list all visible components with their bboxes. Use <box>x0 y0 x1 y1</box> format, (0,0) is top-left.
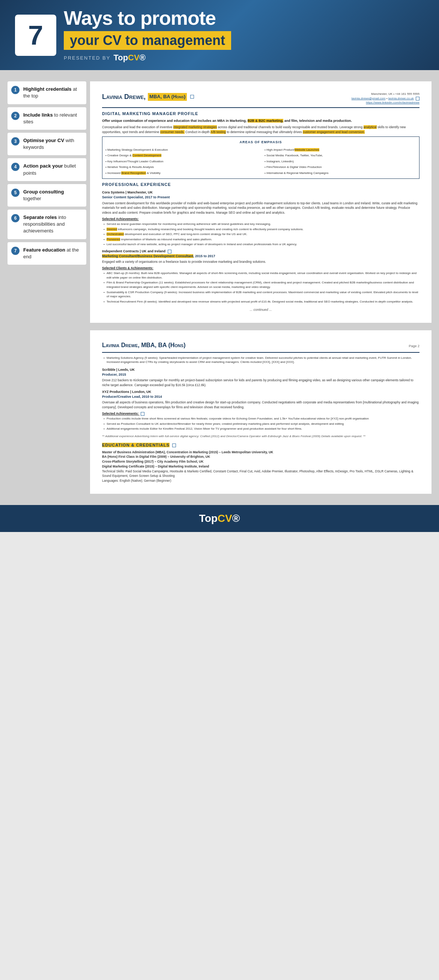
area-item-4: Social Media: Facebook, Twitter, YouTube… <box>265 153 416 158</box>
exp1-bullet-1: Served as brand guardian responsible for… <box>102 222 420 226</box>
scribble-role: Producer, 2015 <box>102 372 420 377</box>
edu-item-5: Technical Skills: Paid Social Media Camp… <box>102 469 420 479</box>
exp2-bullet-1: ABC Start-up (6 months): Built new B2B o… <box>102 271 420 280</box>
exp1-company: Cora Systems | Manchester, UK <box>102 190 420 195</box>
sidebar-num-4: 4 <box>11 163 19 171</box>
presented-label: PRESENTED BY <box>64 55 110 61</box>
exp1-role: Senior Content Specialist, 2017 to Prese… <box>102 195 420 200</box>
linkedin-icon <box>190 95 194 99</box>
email-icon <box>416 97 420 100</box>
edu-title: Education & Credentials <box>102 442 420 449</box>
sidebar-num-3: 3 <box>11 137 19 145</box>
exp1-bullet-4: Pioneered implementation of Marketo as i… <box>102 237 420 242</box>
area-item-1: Marketing Strategy Development & Executi… <box>105 147 257 153</box>
sidebar-num-1: 1 <box>11 86 19 94</box>
number-badge: 7 <box>15 14 56 56</box>
exp1-desc: Oversee content development for this wor… <box>102 201 420 215</box>
xyz-bullet-1: Production credits include three short f… <box>102 417 420 421</box>
areas-grid: Areas of Emphasis Marketing Strategy Dev… <box>102 137 420 179</box>
exp2-bullet-2: Film & Brand Partnership Organisation (1… <box>102 280 420 289</box>
xyz-link-icon <box>141 412 144 416</box>
footer-logo: TopCV® <box>8 512 431 525</box>
area-item-3: Creative Design & Content Development <box>105 153 257 158</box>
exp2-role: Marketing Consultant/Business Developmen… <box>102 254 420 259</box>
sidebar-num-7: 7 <box>11 247 19 255</box>
sidebar-text-7: Feature education at the end <box>23 247 83 260</box>
area-item-5: Key Influencer/Thought Leader Cultivatio… <box>105 159 257 164</box>
header-presented: PRESENTED BY TopCV® <box>64 53 424 63</box>
cv-profile-title: Digital Marketing Manager Profile <box>102 111 420 117</box>
area-item-8: Film/Television & Digital Video Producti… <box>265 165 416 170</box>
area-item-7: Iterative Testing & Results Analysis <box>105 165 257 170</box>
exp2-desc: Engaged with a variety of organisations … <box>102 259 420 264</box>
edu-link-icon <box>172 444 176 447</box>
sidebar: 1 Highlight credentials at the top 2 Inc… <box>8 81 90 494</box>
sidebar-text-2: Include links to relevant sites <box>23 112 83 125</box>
area-item-9: Increased Brand Recognition & Visibility <box>105 170 257 176</box>
footer: TopCV® <box>0 505 439 532</box>
cv-name: Lavinia Drewe, <box>102 92 145 102</box>
sidebar-item-5: 5 Group consulting together <box>8 184 86 207</box>
scribble-desc: Drove 212 backers to Kickstarter campaig… <box>102 378 420 388</box>
exp2-link-icon <box>168 250 171 253</box>
sidebar-text-5: Group consulting together <box>23 189 83 202</box>
exp2-bullet-4: Technical Recruitment Firm (8 weeks): Id… <box>102 299 420 304</box>
area-item-10: International & Regional Marketing Campa… <box>265 170 416 176</box>
cv-profile-intro: Offer unique combination of experience a… <box>102 118 420 123</box>
continued: ... continued ... <box>102 307 420 312</box>
sidebar-text-3: Optimise your CV with keywords <box>23 137 83 151</box>
sidebar-text-4: Action pack your bullet points <box>23 163 83 176</box>
header-title: Ways to promote <box>64 8 424 29</box>
sidebar-text-6: Separate roles into responsibilities and… <box>23 214 83 235</box>
sidebar-item-1: 1 Highlight credentials at the top <box>8 81 86 104</box>
xyz-achievements-title: Selected Achievements: <box>102 411 420 416</box>
exp1-bullet-2: Steered influencers campaign, including … <box>102 227 420 232</box>
topcv-logo: TopCV® <box>113 53 145 63</box>
cv-page-2: Lavinia Drewe, MBA, BA (Hons) Page 2 Mar… <box>90 330 431 493</box>
edu-item-4: Digital Marketing Certificate (2015) – D… <box>102 464 420 469</box>
xyz-company: XYZ Productions | London, UK <box>102 390 420 395</box>
area-item-2: High-Impact Product/Website Launches <box>265 147 416 153</box>
cv-contact-line2: lavinia.drewe@ymail.com • lavinia.drewe.… <box>351 96 420 101</box>
cv-page2-header: Lavinia Drewe, MBA, BA (Hons) Page 2 <box>102 341 420 352</box>
scribble-company: Scribble | Leeds, UK <box>102 368 420 372</box>
sidebar-item-2: 2 Include links to relevant sites <box>8 107 86 130</box>
sidebar-item-4: 4 Action pack your bullet points <box>8 158 86 181</box>
header-subtitle: your CV to management <box>70 33 225 48</box>
cv-page2-name: Lavinia Drewe, MBA, BA (Hons) <box>102 341 185 349</box>
xyz-bullet-3: Additional engagements include Editor fo… <box>102 426 420 431</box>
sidebar-num-2: 2 <box>11 112 19 120</box>
cv-area: Lavinia Drewe, MBA, BA (Hons) Manchester… <box>90 81 431 494</box>
cv-exp-title: Professional Experience <box>102 182 420 188</box>
cv-name-block: Lavinia Drewe, MBA, BA (Hons) <box>102 92 194 102</box>
cv-mba-badge: MBA, BA (Hons) <box>148 93 187 101</box>
sidebar-item-6: 6 Separate roles into responsibilities a… <box>8 210 86 239</box>
xyz-desc: Oversaw all aspects of business operatio… <box>102 400 420 410</box>
edu-item-2: BA (Hons) First Class in Digital Film (2… <box>102 454 420 459</box>
cv-contact-line3: https://www.linkedin.com/in/laviniadrewe <box>351 100 420 105</box>
cv-contact: Manchester, UK • +44 161 555 5555 lavini… <box>351 92 420 105</box>
cv-page-1: Lavinia Drewe, MBA, BA (Hons) Manchester… <box>90 81 431 323</box>
exp1-achievements-title: Selected Achievements: <box>102 217 420 221</box>
cv-top-row: Lavinia Drewe, MBA, BA (Hons) Manchester… <box>102 92 420 108</box>
cv-profile-body: Conceptualise and lead the execution of … <box>102 125 420 135</box>
xyz-role: Producer/Creative Lead, 2010 to 2014 <box>102 395 420 399</box>
sidebar-item-3: 3 Optimise your CV with keywords <box>8 133 86 155</box>
cv-contact-line1: Manchester, UK • +44 161 555 5555 <box>351 92 420 96</box>
area-item-6: Instagram, LinkedIn) <box>265 159 416 164</box>
exp2-bullet-3: Sustainability & CSR Production Company … <box>102 290 420 299</box>
header-subtitle-bar: your CV to management <box>64 31 231 50</box>
sidebar-num-5: 5 <box>11 189 19 197</box>
exp2-achievements-title: Selected Clients & Achievements: <box>102 266 420 270</box>
exp1-bullet-5: Led successful launch of new website, ac… <box>102 242 420 247</box>
edu-item-3: Cross-Platform Storytelling (2017) – Cit… <box>102 459 420 464</box>
edu-item-6: Languages: English (Native); German (Beg… <box>102 478 420 483</box>
main-content: 1 Highlight credentials at the top 2 Inc… <box>0 70 439 505</box>
sidebar-num-6: 6 <box>11 214 19 222</box>
page2-bullet-1: Marketing Solutions Agency (5 weeks): Sp… <box>102 356 420 364</box>
areas-title: Areas of Emphasis <box>105 140 416 145</box>
cv-header-name: Lavinia Drewe, MBA, BA (Hons) <box>102 92 194 102</box>
sidebar-text-1: Highlight credentials at the top <box>23 86 83 99</box>
header-text-block: Ways to promote your CV to management PR… <box>64 8 424 63</box>
sidebar-item-7: 7 Feature education at the end <box>8 242 86 265</box>
